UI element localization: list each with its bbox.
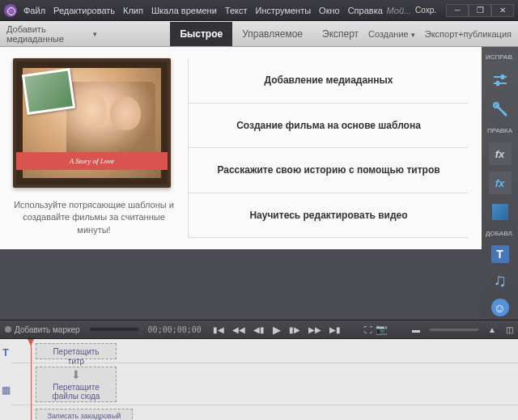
- menu-window[interactable]: Окно: [319, 6, 340, 15]
- minimize-button[interactable]: ─: [446, 4, 469, 17]
- tab-expert[interactable]: Эксперт: [312, 22, 368, 46]
- playback-controls: Добавить маркер 00;00;00;00 ▮◀ ◀◀ ◀▮ ▶ ▮…: [0, 320, 518, 339]
- narration-drop-zone[interactable]: Записать закадровый текст: [36, 409, 133, 421]
- template-description: Используйте потрясающие шаблоны и создав…: [13, 199, 175, 236]
- title-drop-zone[interactable]: Перетащить титр: [36, 343, 117, 359]
- fit-icon[interactable]: ◫: [506, 325, 513, 334]
- quick-actions: Добавление медиаданных Создание фильма н…: [188, 58, 469, 238]
- marker-dot-icon[interactable]: [5, 326, 11, 333]
- add-media-dropdown[interactable]: Добавить медиаданные: [6, 24, 97, 44]
- menu-help[interactable]: Справка: [348, 6, 383, 15]
- video-drop-label: Перетащите файлы сюда: [45, 383, 108, 401]
- snapshot-icon[interactable]: 📷: [376, 324, 388, 335]
- graphics-icon[interactable]: ☺: [491, 299, 509, 316]
- create-dropdown[interactable]: Создание: [368, 29, 415, 39]
- add-marker-button[interactable]: Добавить маркер: [15, 325, 80, 334]
- timeline-panel: T ▦ 🎤 ♪ Перетащить титр ⬇Перетащите файл…: [0, 339, 518, 420]
- preview-area: A Story of Love Используйте потрясающие …: [0, 47, 482, 249]
- tools-icon[interactable]: [489, 98, 512, 121]
- mode-toolbar: Добавить медиаданные Быстрое Управляемое…: [0, 21, 518, 47]
- music-icon[interactable]: ♫: [489, 269, 512, 292]
- template-thumbnail[interactable]: A Story of Love: [13, 58, 171, 188]
- fx-effects-icon[interactable]: fx: [489, 172, 512, 194]
- mode-tabs: Быстрое Управляемое Эксперт: [170, 22, 368, 46]
- title-track-icon[interactable]: T: [2, 347, 8, 358]
- action-template-movie[interactable]: Создание фильма на основе шаблона: [189, 104, 469, 149]
- app-icon: [4, 4, 17, 17]
- sidebar-label-fix: ИСПРАВ.: [486, 53, 514, 61]
- sidebar-label-add: ДОБАВЛ.: [486, 230, 514, 237]
- zoom-slider[interactable]: [430, 329, 478, 331]
- action-learn-edit[interactable]: Научитесь редактировать видео: [189, 193, 469, 239]
- menu-clip[interactable]: Клип: [123, 6, 143, 15]
- ribbon-caption: A Story of Love: [16, 152, 168, 170]
- action-add-media[interactable]: Добавление медиаданных: [189, 58, 469, 104]
- fx-transitions-icon[interactable]: fx: [489, 142, 512, 165]
- svg-rect-3: [496, 81, 499, 86]
- playhead[interactable]: [31, 339, 32, 420]
- goto-start-icon[interactable]: ▮◀: [213, 325, 224, 334]
- menu-edit[interactable]: Редактировать: [53, 6, 115, 15]
- close-button[interactable]: ✕: [491, 4, 514, 17]
- menu-timeline[interactable]: Шкала времени: [151, 6, 217, 15]
- next-frame-icon[interactable]: ▶▶: [308, 325, 321, 334]
- export-button[interactable]: Экспорт+публикация: [425, 29, 512, 39]
- tab-quick[interactable]: Быстрое: [170, 22, 232, 46]
- titles-icon[interactable]: T: [491, 245, 509, 263]
- play-icon[interactable]: ▶: [273, 324, 281, 336]
- menu-text[interactable]: Текст: [225, 6, 248, 15]
- menu-tools[interactable]: Инструменты: [256, 6, 312, 15]
- maximize-button[interactable]: ❐: [469, 4, 491, 17]
- right-sidebar: ИСПРАВ. ПРАВКА fx fx ДОБАВЛ. T ♫ ☺: [482, 47, 518, 320]
- step-fwd-icon[interactable]: ▮▶: [289, 325, 300, 334]
- document-title: Мой...: [383, 6, 415, 15]
- zoom-out-icon[interactable]: ▬: [412, 325, 420, 334]
- goto-end-icon[interactable]: ▶▮: [329, 325, 341, 334]
- main-menu: Файл Редактировать Клип Шкала времени Те…: [23, 6, 383, 15]
- menu-file[interactable]: Файл: [23, 6, 45, 15]
- tab-guided[interactable]: Управляемое: [232, 22, 312, 46]
- color-icon[interactable]: [489, 201, 512, 223]
- main-panel: A Story of Love Используйте потрясающие …: [0, 47, 482, 249]
- video-track-icon[interactable]: ▦: [2, 384, 11, 396]
- timecode[interactable]: 00;00;00;00: [148, 325, 202, 334]
- titlebar: Файл Редактировать Клип Шкала времени Те…: [0, 0, 518, 21]
- sidebar-label-edit: ПРАВКА: [487, 127, 512, 134]
- track-headers: T ▦ 🎤 ♪: [0, 339, 11, 420]
- action-titles[interactable]: Расскажите свою историю с помощью титров: [189, 148, 469, 193]
- prev-frame-icon[interactable]: ◀◀: [232, 325, 245, 334]
- zoom-in-icon[interactable]: ▲: [488, 325, 496, 334]
- arrow-down-icon: ⬇: [71, 368, 81, 381]
- adjust-icon[interactable]: [489, 69, 512, 91]
- video-drop-zone[interactable]: ⬇Перетащите файлы сюда: [36, 367, 117, 402]
- svg-rect-1: [501, 74, 504, 79]
- step-back-icon[interactable]: ◀▮: [253, 325, 265, 334]
- scrub-bar[interactable]: [90, 328, 138, 331]
- timeline-tracks[interactable]: Перетащить титр ⬇Перетащите файлы сюда З…: [11, 339, 518, 420]
- fullscreen-icon[interactable]: ⛶: [364, 325, 372, 334]
- save-button[interactable]: Сохр.: [415, 6, 436, 15]
